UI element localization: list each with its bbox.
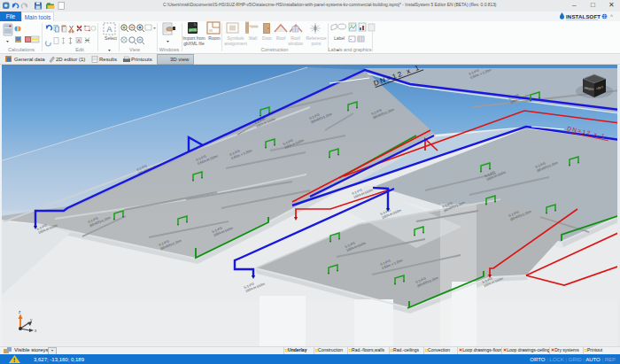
svg-text:˄: ˄ bbox=[610, 13, 613, 19]
svg-text:INSTALSOFT: INSTALSOFT bbox=[566, 14, 601, 19]
svg-text:A: A bbox=[107, 25, 112, 34]
svg-text:!: ! bbox=[13, 357, 15, 363]
svg-text:gbXML: gbXML bbox=[190, 28, 198, 32]
